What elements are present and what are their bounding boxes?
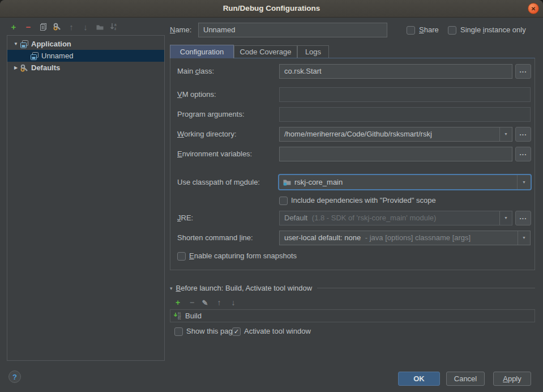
environment-variables-label: Environment variables: [177,147,252,161]
single-instance-checkbox[interactable] [448,26,456,35]
move-up-button[interactable]: ↑ [66,22,77,32]
wrench-icon [53,22,62,31]
before-launch-remove-button[interactable]: − [187,298,197,307]
application-icon [30,52,39,61]
help-icon: ? [12,373,17,381]
ellipsis-icon: ... [519,213,527,221]
program-arguments-input[interactable] [279,107,531,122]
arrow-up-icon: ↑ [217,298,221,307]
main-class-label: Main class: [177,64,214,79]
copy-configuration-button[interactable] [37,22,49,32]
sort-configurations-button[interactable]: a z [108,22,119,32]
enable-capturing-label: Enable capturing form snapshots [189,251,297,261]
close-button[interactable]: ✕ [528,3,539,14]
new-folder-button[interactable] [94,22,105,32]
tab-logs[interactable]: Logs [297,45,329,58]
use-classpath-value: rskj-core_main [294,178,343,186]
defaults-icon [20,63,29,73]
use-classpath-combobox[interactable]: rskj-core_main ▼ [278,174,532,190]
jre-combobox[interactable]: Default (1.8 - SDK of 'rskj-core_main' m… [279,211,512,225]
dropdown-arrow-icon[interactable]: ▼ [499,211,512,225]
include-provided-checkbox[interactable] [279,197,288,205]
activate-tool-window-checkbox[interactable]: ✓ [232,327,241,336]
include-provided-label: Include dependencies with "Provided" sco… [291,195,436,206]
jre-value-detail: (1.8 - SDK of 'rskj-core_main' module) [312,214,437,222]
show-this-page-label: Show this page [186,326,237,336]
environment-variables-browse-button[interactable]: ... [515,147,531,161]
pencil-icon: ✎ [202,299,208,307]
name-input[interactable]: Unnamed [198,23,387,37]
before-launch-move-down-button[interactable]: ↓ [228,298,238,307]
tree-item-unnamed[interactable]: Unnamed [7,50,164,62]
run-debug-configurations-dialog: Run/Debug Configurations ✕ + − ↑ ↓ a z [0,0,543,392]
share-label: Share [419,25,439,35]
edit-defaults-button[interactable] [52,22,63,32]
plus-icon: + [11,22,16,32]
dropdown-arrow-icon[interactable]: ▼ [499,127,512,141]
plus-icon: + [176,298,180,307]
move-down-button[interactable]: ↓ [80,22,91,32]
environment-variables-input[interactable] [279,147,512,161]
ellipsis-icon: ... [519,129,527,137]
arrow-up-icon: ↑ [69,22,74,32]
minus-icon: − [190,298,194,307]
tree-item-label: Application [31,40,71,48]
before-launch-task-build[interactable]: 01 10 01 Build [170,310,535,322]
tree-item-application[interactable]: ▼ Application [7,38,164,50]
help-button[interactable]: ? [8,370,21,383]
sort-alphabetically-icon: a z [109,22,118,31]
configurations-tree: ▼ Application Unnamed ▶ Defaults [7,35,165,361]
titlebar[interactable]: Run/Debug Configurations ✕ [0,0,543,18]
working-directory-value: /home/meriherrera/Code/Github/rsksmart/r… [284,130,432,138]
dropdown-arrow-icon[interactable]: ▼ [518,231,530,245]
before-launch-task-list: 01 10 01 Build [170,309,535,322]
name-label: Name: [170,23,191,37]
share-checkbox[interactable] [407,26,415,35]
working-directory-label: Working directory: [177,127,237,142]
main-class-browse-button[interactable]: ... [515,64,531,79]
vm-options-input[interactable] [279,87,531,102]
svg-text:a: a [114,23,117,27]
application-icon [20,40,29,49]
working-directory-browse-button[interactable]: ... [515,127,531,142]
tree-expanded-icon[interactable]: ▼ [12,41,20,46]
ok-button[interactable]: OK [398,372,440,386]
before-launch-title: Before launch: Build, Activate tool wind… [176,284,313,292]
cancel-button[interactable]: Cancel [446,372,485,386]
shorten-command-line-label: Shorten command line: [177,231,253,245]
apply-button[interactable]: Apply [493,372,531,386]
tab-configuration[interactable]: Configuration [170,45,234,58]
jre-browse-button[interactable]: ... [515,211,531,225]
dropdown-arrow-icon[interactable]: ▼ [517,175,531,189]
shorten-command-line-combobox[interactable]: user-local default: none - java [options… [279,231,531,245]
tab-code-coverage[interactable]: Code Coverage [234,45,297,58]
build-icon: 01 10 01 [173,312,182,320]
ellipsis-icon: ... [519,149,527,157]
before-launch-move-up-button[interactable]: ↑ [214,298,224,307]
before-launch-add-button[interactable]: + [173,298,183,307]
dialog-title: Run/Debug Configurations [0,0,543,17]
remove-configuration-button[interactable]: − [23,22,34,32]
tree-collapsed-icon[interactable]: ▶ [12,65,20,70]
main-class-input[interactable]: co.rsk.Start [279,64,512,79]
folder-icon [96,23,104,31]
before-launch-section-header[interactable]: ▾ Before launch: Build, Activate tool wi… [170,284,535,292]
tree-item-defaults[interactable]: ▶ Defaults [7,62,164,74]
before-launch-edit-button[interactable]: ✎ [200,298,210,307]
tree-item-label: Defaults [31,63,60,72]
jre-value: Default [284,214,307,222]
add-configuration-button[interactable]: + [8,22,19,32]
shorten-value: user-local default: none [284,233,361,242]
working-directory-combobox[interactable]: /home/meriherrera/Code/Github/rsksmart/r… [279,127,512,142]
enable-capturing-checkbox[interactable] [177,252,186,261]
svg-text:01: 01 [178,317,181,320]
section-collapse-icon[interactable]: ▾ [170,286,173,291]
program-arguments-label: Program arguments: [177,107,245,122]
vm-options-label: VM options: [177,87,216,102]
tree-item-label: Unnamed [41,52,73,60]
use-classpath-label: Use classpath of module: [177,175,260,190]
shorten-value-detail: - java [options] classname [args] [365,233,471,242]
section-rule [317,288,535,288]
show-this-page-checkbox[interactable] [174,327,183,336]
single-instance-label: Single instance only [460,25,526,35]
